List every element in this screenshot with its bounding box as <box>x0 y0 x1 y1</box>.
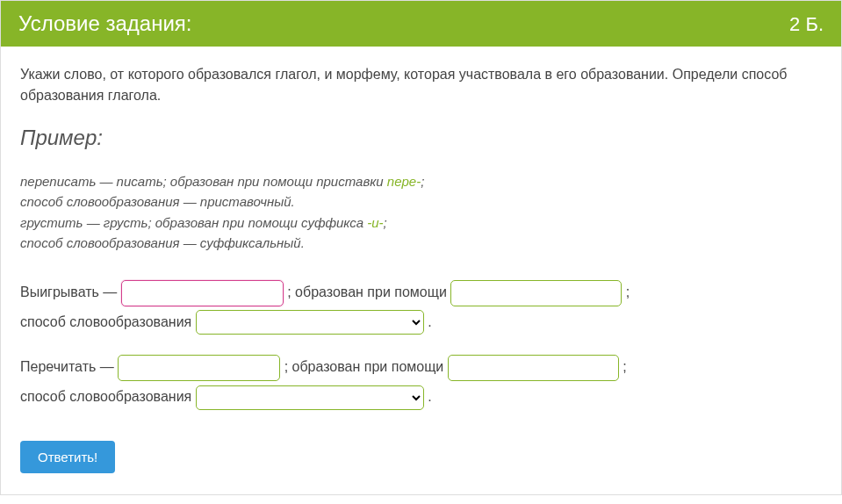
example-line: переписать — писать; образован при помощ… <box>20 171 822 191</box>
end-text: ; <box>623 359 626 374</box>
task-header: Условие задания: 2 Б. <box>1 1 841 47</box>
base-word-input[interactable] <box>121 280 284 306</box>
example-highlight: пере- <box>387 174 421 189</box>
example-line: способ словообразования — суффиксальный. <box>20 233 822 253</box>
question-row: Выигрывать — ; образован при помощи ; сп… <box>20 277 822 336</box>
example-heading: Пример: <box>20 126 822 150</box>
method-select[interactable] <box>196 385 424 410</box>
example-text: переписать — писать; образован при помощ… <box>20 174 387 189</box>
morpheme-input[interactable] <box>450 280 622 306</box>
example-text: ; <box>421 174 424 189</box>
end-text: ; <box>626 284 630 299</box>
example-line: способ словообразования — приставочный. <box>20 191 822 212</box>
task-body: Укажи слово, от которого образовался гла… <box>1 47 841 494</box>
dash: — <box>96 359 118 374</box>
question-word: Выигрывать <box>20 284 99 299</box>
method-select[interactable] <box>196 310 424 335</box>
question-2: Перечитать — ; образован при помощи ; сп… <box>20 352 822 411</box>
submit-button[interactable]: Ответить! <box>20 441 115 473</box>
example-line: грустить — грусть; образован при помощи … <box>20 212 822 233</box>
question-word: Перечитать <box>20 359 96 374</box>
example-highlight: -и- <box>367 215 383 230</box>
method-label: способ словообразования <box>20 389 196 404</box>
question-row: Перечитать — ; образован при помощи ; сп… <box>20 352 822 411</box>
period: . <box>428 314 431 329</box>
header-points: 2 Б. <box>789 13 824 36</box>
mid-text: ; образован при помощи <box>287 284 450 299</box>
task-description: Укажи слово, от которого образовался гла… <box>20 64 822 106</box>
example-text: ; <box>384 215 387 230</box>
example-block: переписать — писать; образован при помощ… <box>20 171 822 253</box>
base-word-input[interactable] <box>118 355 280 381</box>
morpheme-input[interactable] <box>448 355 619 381</box>
period: . <box>428 389 431 404</box>
example-text: грустить — грусть; образован при помощи … <box>20 215 367 230</box>
dash: — <box>99 284 121 299</box>
task-card: Условие задания: 2 Б. Укажи слово, от ко… <box>0 0 842 495</box>
header-title: Условие задания: <box>18 11 191 36</box>
mid-text: ; образован при помощи <box>284 359 448 374</box>
question-1: Выигрывать — ; образован при помощи ; сп… <box>20 277 822 336</box>
method-label: способ словообразования <box>20 314 196 329</box>
